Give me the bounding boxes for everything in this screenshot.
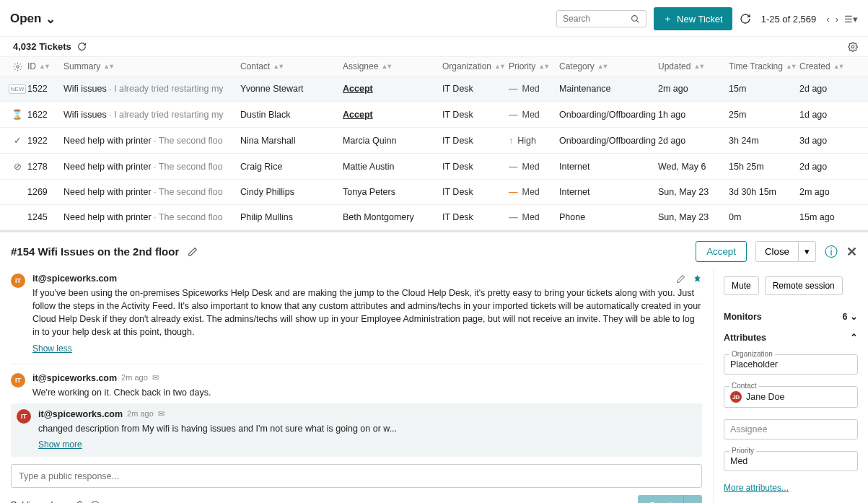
contact-name: Cindy Phillips: [240, 187, 343, 197]
svg-point-2: [851, 45, 854, 48]
updated-value: Wed, May 6: [658, 162, 729, 172]
ticket-count: 4,032 Tickets: [13, 41, 71, 52]
contact-name: Yvonne Stewart: [240, 84, 343, 94]
sort-icon: ▲▼: [39, 63, 49, 70]
table-row[interactable]: ⊘ 1278 Need help with printer · The seco…: [0, 154, 868, 180]
svg-point-0: [632, 15, 638, 21]
mute-button[interactable]: Mute: [724, 276, 759, 295]
show-toggle-link[interactable]: Show less: [32, 344, 72, 354]
ticket-id: 1922: [27, 136, 63, 146]
table-row[interactable]: ⌛ 1622 Wifi issues · I already tried res…: [0, 102, 868, 128]
message-meta: 2m ago ✉: [121, 373, 159, 382]
col-time-tracking[interactable]: Time Tracking▲▼: [729, 61, 799, 71]
updated-value: 2d ago: [658, 136, 729, 146]
monitors-section[interactable]: Monitors 6 ⌄: [724, 311, 858, 322]
accept-link[interactable]: Accept: [343, 84, 373, 94]
summary-extra: · I already tried restarting my: [109, 84, 223, 94]
attributes-section[interactable]: Attributes ⌃: [724, 332, 858, 343]
ticket-id: 1269: [27, 187, 63, 197]
table-settings-icon[interactable]: [848, 42, 858, 52]
summary-title: Wifi issues: [63, 84, 107, 94]
assignee-name: Marcia Quinn: [343, 136, 396, 146]
created-value: 15m ago: [799, 212, 846, 222]
sort-icon: ▲▼: [381, 63, 391, 70]
table-row[interactable]: 1245 Need help with printer · The second…: [0, 205, 868, 230]
prev-page-icon[interactable]: ‹: [826, 14, 829, 25]
reply-type-dropdown[interactable]: Public reply ▾: [11, 500, 66, 503]
time-tracking-value: 0m: [729, 212, 799, 222]
table-row[interactable]: 1269 Need help with printer · The second…: [0, 180, 868, 205]
time-tracking-value: 3d 30h 15m: [729, 187, 799, 197]
ticket-title: #154 Wifi Issues on the 2nd floor: [11, 245, 179, 258]
col-assignee[interactable]: Assignee▲▼: [343, 61, 442, 71]
view-options-icon[interactable]: ☰▾: [844, 14, 858, 25]
edit-message-icon[interactable]: [676, 274, 685, 284]
accept-button[interactable]: Accept: [696, 241, 747, 262]
summary-extra: · I already tried restarting my: [109, 110, 223, 120]
time-tracking-value: 25m: [729, 110, 799, 120]
created-value: 1d ago: [799, 110, 846, 120]
updated-value: Sun, May 23: [658, 187, 729, 197]
edit-title-icon[interactable]: [188, 247, 198, 257]
send-dropdown[interactable]: ▾: [683, 495, 702, 503]
organization-field[interactable]: Organization Placeholder: [724, 354, 858, 375]
plus-icon: ＋: [663, 12, 672, 25]
canned-response-icon[interactable]: [90, 500, 100, 503]
contact-field[interactable]: Contact JD Jane Doe: [724, 386, 858, 408]
sort-icon: ▲▼: [693, 63, 703, 70]
sort-icon: ▲▼: [597, 63, 608, 70]
info-icon[interactable]: ⓘ: [825, 243, 838, 261]
search-input[interactable]: [563, 14, 626, 24]
remote-session-button[interactable]: Remote session: [765, 276, 843, 295]
show-toggle-link[interactable]: Show more: [38, 439, 82, 450]
contact-name: Craig Rice: [240, 162, 343, 172]
sort-icon: ▲▼: [786, 63, 796, 70]
reply-input[interactable]: [19, 471, 694, 481]
priority-value: Med: [509, 84, 559, 94]
reply-box[interactable]: [11, 464, 702, 488]
message-from: it@spiceworks.com: [32, 373, 117, 383]
org-name: IT Desk: [442, 136, 509, 146]
ticket-id: 1278: [27, 162, 63, 172]
col-summary[interactable]: Summary▲▼: [63, 61, 240, 71]
priority-value: Med: [509, 187, 559, 197]
activity-message: IT it@spiceworks.com If you've been usin…: [11, 269, 702, 364]
filter-dropdown[interactable]: Open ⌄: [10, 12, 56, 27]
col-organization[interactable]: Organization▲▼: [442, 61, 509, 71]
col-contact[interactable]: Contact▲▼: [240, 61, 343, 71]
col-id[interactable]: ID▲▼: [27, 61, 63, 71]
next-page-icon[interactable]: ›: [836, 14, 838, 25]
close-button[interactable]: Close: [755, 241, 799, 262]
created-value: 2d ago: [799, 84, 846, 94]
sort-icon: ▲▼: [103, 63, 113, 70]
attach-icon[interactable]: [73, 500, 83, 503]
message-text: If you've been using the on-premises Spi…: [32, 287, 702, 339]
table-row[interactable]: NEW 1522 Wifi issues · I already tried r…: [0, 76, 868, 102]
col-category[interactable]: Category▲▼: [559, 61, 658, 71]
priority-field[interactable]: Priority Med: [724, 451, 858, 471]
pin-message-icon[interactable]: [693, 274, 702, 284]
refresh-icon[interactable]: [740, 13, 751, 25]
close-dropdown[interactable]: ▾: [799, 241, 816, 262]
col-created[interactable]: Created▲▼: [799, 61, 846, 71]
updated-value: 2m ago: [658, 84, 729, 94]
category-value: Maintenance: [559, 84, 658, 94]
org-name: IT Desk: [442, 212, 509, 222]
summary-title: Need help with printer: [63, 187, 152, 197]
chevron-up-icon: ⌃: [850, 332, 858, 343]
contact-name: Nina Marshall: [240, 136, 343, 146]
send-button[interactable]: Send: [638, 495, 683, 503]
refresh-count-icon[interactable]: [77, 42, 87, 51]
accept-link[interactable]: Accept: [343, 110, 373, 120]
column-settings-icon[interactable]: [7, 62, 27, 71]
summary-title: Need help with printer: [63, 162, 152, 172]
col-updated[interactable]: Updated▲▼: [658, 61, 729, 71]
search-box[interactable]: [556, 10, 646, 27]
more-attributes-link[interactable]: More attributes...: [724, 483, 858, 493]
assignee-field[interactable]: Assignee: [724, 419, 858, 439]
message-avatar: IT: [11, 274, 25, 288]
table-row[interactable]: ✓ 1922 Need help with printer · The seco…: [0, 128, 868, 154]
col-priority[interactable]: Priority▲▼: [509, 61, 559, 71]
new-ticket-button[interactable]: ＋ New Ticket: [654, 7, 732, 30]
close-panel-icon[interactable]: ✕: [846, 244, 857, 260]
